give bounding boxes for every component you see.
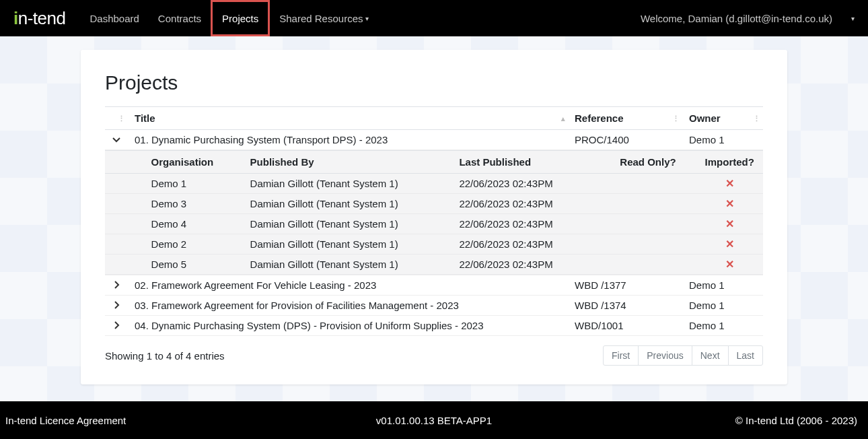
col-expand: ⋮ [105, 107, 128, 130]
cell-reference: WBD /1374 [568, 296, 682, 316]
version-text: v01.01.00.13 BETA-APP1 [376, 415, 492, 426]
dcell-org: Demo 2 [145, 234, 244, 255]
dcell-imp: ✕ [696, 194, 763, 214]
dcell-ro [600, 194, 696, 214]
cell-owner: Demo 1 [682, 275, 763, 296]
dcell-org: Demo 3 [145, 194, 244, 214]
table-footer: Showing 1 to 4 of 4 entries FirstPreviou… [105, 345, 763, 366]
col-reference[interactable]: Reference⋮ [568, 107, 682, 130]
dcell-imp: ✕ [696, 214, 763, 234]
nav-shared-resources[interactable]: Shared Resources ▾ [270, 0, 378, 36]
copyright-text: © In-tend Ltd (2006 - 2023) [735, 415, 857, 426]
dcell-org: Demo 5 [145, 255, 244, 275]
dcell-pub: Damian Gillott (Tenant System 1) [244, 234, 453, 255]
dcell-last: 22/06/2023 02:43PM [452, 214, 600, 234]
dcell-imp: ✕ [696, 234, 763, 255]
dcell-pub: Damian Gillott (Tenant System 1) [244, 194, 453, 214]
nav-dashboard[interactable]: Dashboard [80, 0, 148, 36]
cell-owner: Demo 1 [682, 296, 763, 316]
x-icon: ✕ [725, 259, 734, 270]
table-row[interactable]: 04. Dynamic Purchasing System (DPS) - Pr… [105, 316, 763, 336]
dcell-ro [600, 174, 696, 194]
nav-shared-resources-label: Shared Resources [279, 13, 363, 24]
dcell-ro [600, 214, 696, 234]
cell-title: 04. Dynamic Purchasing System (DPS) - Pr… [128, 316, 568, 336]
page-title: Projects [105, 71, 763, 94]
col-title[interactable]: Title▴ [128, 107, 568, 130]
col-owner[interactable]: Owner⋮ [682, 107, 763, 130]
table-header-row: ⋮ Title▴ Reference⋮ Owner⋮ [105, 107, 763, 130]
page-background: Projects ⋮ Title▴ Reference⋮ Owner⋮ 01. … [0, 36, 868, 401]
table-row[interactable]: 02. Framework Agreement For Vehicle Leas… [105, 275, 763, 296]
chevron-right-icon[interactable] [105, 275, 128, 296]
chevron-right-icon[interactable] [105, 316, 128, 336]
dcell-pub: Damian Gillott (Tenant System 1) [244, 255, 453, 275]
caret-down-icon: ▾ [851, 15, 855, 22]
x-icon: ✕ [725, 178, 734, 189]
logo[interactable]: in-tend [13, 8, 65, 29]
welcome-text: Welcome, Damian (d.gillott@in-tend.co.uk… [641, 13, 832, 24]
navbar: in-tend Dashboard Contracts Projects Sha… [0, 0, 868, 36]
detail-row: OrganisationPublished ByLast PublishedRe… [105, 150, 763, 275]
projects-table: ⋮ Title▴ Reference⋮ Owner⋮ 01. Dynamic P… [105, 106, 763, 336]
nav-projects[interactable]: Projects [211, 0, 270, 36]
cell-reference: WBD/1001 [568, 316, 682, 336]
page-footer: In-tend Licence Agreement v01.01.00.13 B… [0, 401, 868, 439]
caret-down-icon: ▾ [365, 15, 369, 22]
dcell-pub: Damian Gillott (Tenant System 1) [244, 174, 453, 194]
cell-owner: Demo 1 [682, 130, 763, 150]
dcell-last: 22/06/2023 02:43PM [452, 234, 600, 255]
dcol-org: Organisation [145, 151, 244, 174]
dcell-ro [600, 234, 696, 255]
dcell-pub: Damian Gillott (Tenant System 1) [244, 214, 453, 234]
chevron-right-icon[interactable] [105, 296, 128, 316]
cell-owner: Demo 1 [682, 316, 763, 336]
detail-table-row[interactable]: Demo 3Damian Gillott (Tenant System 1)22… [105, 194, 763, 214]
dcell-last: 22/06/2023 02:43PM [452, 194, 600, 214]
dcol-ro: Read Only? [600, 151, 696, 174]
content-card: Projects ⋮ Title▴ Reference⋮ Owner⋮ 01. … [81, 50, 787, 384]
detail-table: OrganisationPublished ByLast PublishedRe… [105, 150, 763, 275]
cell-title: 03. Framework Agreement for Provision of… [128, 296, 568, 316]
x-icon: ✕ [725, 198, 734, 209]
licence-link[interactable]: In-tend Licence Agreement [5, 415, 126, 426]
entries-text: Showing 1 to 4 of 4 entries [105, 350, 225, 362]
chevron-down-icon[interactable] [105, 130, 128, 150]
detail-table-row[interactable]: Demo 5Damian Gillott (Tenant System 1)22… [105, 255, 763, 275]
pager-next[interactable]: Next [692, 345, 729, 366]
dcell-org: Demo 4 [145, 214, 244, 234]
dcol-pub: Published By [244, 151, 453, 174]
pager-last[interactable]: Last [728, 345, 763, 366]
cell-title: 02. Framework Agreement For Vehicle Leas… [128, 275, 568, 296]
cell-reference: PROC/1400 [568, 130, 682, 150]
cell-title: 01. Dynamic Purchasing System (Transport… [128, 130, 568, 150]
dcell-last: 22/06/2023 02:43PM [452, 174, 600, 194]
dcell-org: Demo 1 [145, 174, 244, 194]
nav-contracts[interactable]: Contracts [149, 0, 211, 36]
pager-first[interactable]: First [603, 345, 639, 366]
detail-table-row[interactable]: Demo 1Damian Gillott (Tenant System 1)22… [105, 174, 763, 194]
dcell-imp: ✕ [696, 174, 763, 194]
table-row[interactable]: 01. Dynamic Purchasing System (Transport… [105, 130, 763, 150]
table-row[interactable]: 03. Framework Agreement for Provision of… [105, 296, 763, 316]
x-icon: ✕ [725, 238, 734, 250]
cell-reference: WBD /1377 [568, 275, 682, 296]
user-menu[interactable]: ▾ [839, 12, 855, 25]
pager-previous[interactable]: Previous [638, 345, 692, 366]
pager: FirstPreviousNextLast [604, 345, 763, 366]
nav-items: Dashboard Contracts Projects Shared Reso… [80, 0, 378, 36]
detail-table-row[interactable]: Demo 2Damian Gillott (Tenant System 1)22… [105, 234, 763, 255]
x-icon: ✕ [725, 218, 734, 230]
detail-table-row[interactable]: Demo 4Damian Gillott (Tenant System 1)22… [105, 214, 763, 234]
user-icon [839, 12, 850, 25]
dcol-imp: Imported? [696, 151, 763, 174]
dcell-imp: ✕ [696, 255, 763, 275]
dcell-last: 22/06/2023 02:43PM [452, 255, 600, 275]
dcell-ro [600, 255, 696, 275]
nav-right: Welcome, Damian (d.gillott@in-tend.co.uk… [641, 12, 855, 25]
dcol-last: Last Published [452, 151, 600, 174]
